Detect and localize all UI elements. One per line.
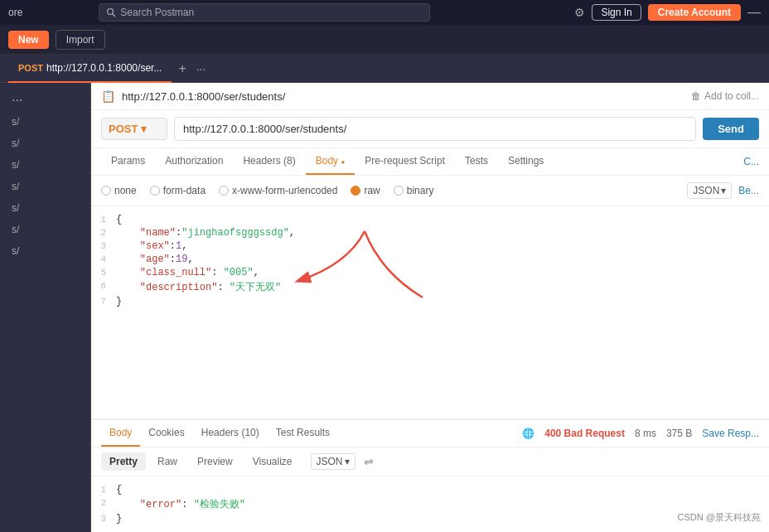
response-code: 1 { 2 "error": "检验失败" 3 } xyxy=(91,476,769,532)
gear-icon[interactable]: ⚙ xyxy=(574,6,585,19)
radio-form-data xyxy=(150,186,160,196)
tabsbar: POST http://127.0.0.1:8000/ser... + ··· xyxy=(0,55,769,83)
topbar-right: ⚙ Sign In Create Account — xyxy=(574,4,761,21)
search-bar[interactable]: Search Postman xyxy=(99,3,430,22)
tab-tests[interactable]: Tests xyxy=(455,148,498,175)
resp-tab-cookies[interactable]: Cookies xyxy=(140,420,192,447)
tab-settings[interactable]: Settings xyxy=(498,148,554,175)
main: ··· s/ s/ s/ s/ s/ s/ s/ 📋 http://127.0.… xyxy=(0,83,769,532)
fmt-tab-preview[interactable]: Preview xyxy=(189,452,241,471)
json-format-select[interactable]: JSON ▾ xyxy=(687,182,732,199)
tab-post-students[interactable]: POST http://127.0.0.1:8000/ser... xyxy=(8,55,172,83)
method-chevron: ▾ xyxy=(141,123,147,135)
tab-prerequest[interactable]: Pre-request Script xyxy=(355,148,455,175)
resp-tab-body[interactable]: Body xyxy=(101,420,140,447)
sidebar-item-6[interactable]: s/ xyxy=(0,219,90,240)
time-badge: 8 ms xyxy=(635,428,656,439)
topbar-dash: — xyxy=(747,5,761,20)
code-line-3: 3 "sex":1, xyxy=(91,239,769,253)
tab-params[interactable]: Params xyxy=(101,148,155,175)
body-dot: ● xyxy=(341,158,345,166)
sidebar-item-3[interactable]: s/ xyxy=(0,154,90,176)
body-none[interactable]: none xyxy=(101,185,137,196)
sidebar-dots[interactable]: ··· xyxy=(0,89,90,111)
response-section: Body Cookies Headers (10) Test Results 🌐… xyxy=(91,418,769,532)
body-form-data[interactable]: form-data xyxy=(150,185,206,196)
collection-save-icon: 🗑 xyxy=(691,90,701,102)
fmt-tab-visualize[interactable]: Visualize xyxy=(244,452,301,471)
add-to-collection[interactable]: 🗑 Add to coll... xyxy=(691,90,759,102)
resp-json-chevron: ▾ xyxy=(345,456,350,467)
topbar-logo: ore xyxy=(8,7,22,18)
globe-icon: 🌐 xyxy=(522,428,534,439)
search-placeholder: Search Postman xyxy=(120,7,194,18)
size-badge: 375 B xyxy=(666,428,692,439)
collection-icon: 📋 xyxy=(101,89,115,103)
sidebar-item-7[interactable]: s/ xyxy=(0,240,90,262)
method-select[interactable]: POST ▾ xyxy=(101,118,167,140)
radio-raw xyxy=(351,186,360,196)
url-path: http://127.0.0.1:8000/ser/students/ xyxy=(122,90,684,103)
sidebar-item-1[interactable]: s/ xyxy=(0,111,90,133)
response-format-tabs: Pretty Raw Preview Visualize JSON ▾ ⇌ xyxy=(91,447,769,476)
beautify-button[interactable]: Be... xyxy=(738,185,759,196)
body-urlencoded[interactable]: x-www-form-urlencoded xyxy=(219,185,337,196)
code-editor[interactable]: 1 { 2 "name":"jinghaofsgggssdg", 3 "sex"… xyxy=(91,206,769,355)
save-response-button[interactable]: Save Resp... xyxy=(702,428,759,439)
tab-more-button[interactable]: ··· xyxy=(193,62,210,75)
sign-in-button[interactable]: Sign In xyxy=(592,4,641,21)
request-row: POST ▾ Send xyxy=(91,110,769,148)
request-tabs: Params Authorization Headers (8) Body ● … xyxy=(91,148,769,176)
sidebar-item-5[interactable]: s/ xyxy=(0,197,90,219)
tab-method: POST xyxy=(18,63,43,73)
tab-url: http://127.0.0.1:8000/ser... xyxy=(46,62,162,74)
radio-binary xyxy=(394,186,404,196)
watermark: CSDN @景天科技苑 xyxy=(678,511,761,524)
fmt-tab-pretty[interactable]: Pretty xyxy=(101,452,146,471)
resp-tab-test-results[interactable]: Test Results xyxy=(268,420,338,447)
body-raw[interactable]: raw xyxy=(351,185,380,196)
sidebar-item-4[interactable]: s/ xyxy=(0,176,90,197)
cookies-link[interactable]: C... xyxy=(743,156,759,167)
resp-line-2: 2 "error": "检验失败" xyxy=(91,496,769,512)
code-line-4: 4 "age":19, xyxy=(91,253,769,266)
tab-authorization[interactable]: Authorization xyxy=(155,148,233,175)
resp-line-1: 1 { xyxy=(91,483,769,496)
fmt-tab-raw[interactable]: Raw xyxy=(149,452,186,471)
response-json-select[interactable]: JSON ▾ xyxy=(311,453,355,470)
code-line-2: 2 "name":"jinghaofsgggssdg", xyxy=(91,226,769,239)
response-tabs-row: Body Cookies Headers (10) Test Results 🌐… xyxy=(91,420,769,447)
json-format-label: JSON xyxy=(693,185,719,196)
tab-body[interactable]: Body ● xyxy=(306,148,355,175)
sidebar-item-2[interactable]: s/ xyxy=(0,133,90,154)
body-binary[interactable]: binary xyxy=(394,185,434,196)
body-right: JSON ▾ Be... xyxy=(687,182,759,199)
search-icon xyxy=(106,7,116,17)
new-button[interactable]: New xyxy=(8,31,49,49)
tab-add-button[interactable]: + xyxy=(172,61,192,76)
code-line-5: 5 "class_null": "005", xyxy=(91,266,769,279)
secondbar: New Import xyxy=(0,25,769,55)
url-bar-container: 📋 http://127.0.0.1:8000/ser/students/ 🗑 … xyxy=(91,83,769,110)
tab-headers[interactable]: Headers (8) xyxy=(233,148,305,175)
code-line-6: 6 "description": "天下无双" xyxy=(91,279,769,295)
create-account-button[interactable]: Create Account xyxy=(648,4,741,21)
resp-line-3: 3 } xyxy=(91,512,769,525)
send-button[interactable]: Send xyxy=(703,118,759,140)
sidebar: ··· s/ s/ s/ s/ s/ s/ s/ xyxy=(0,83,91,532)
code-line-1: 1 { xyxy=(91,213,769,226)
resp-json-label: JSON xyxy=(317,456,343,467)
method-label: POST xyxy=(109,123,138,135)
body-options: none form-data x-www-form-urlencoded raw… xyxy=(91,176,769,206)
json-chevron: ▾ xyxy=(721,185,726,196)
import-button[interactable]: Import xyxy=(56,30,105,50)
resp-tab-headers[interactable]: Headers (10) xyxy=(193,420,268,447)
response-meta: 🌐 400 Bad Request 8 ms 375 B Save Resp..… xyxy=(522,428,759,439)
code-line-7: 7 } xyxy=(91,295,769,308)
wrap-icon[interactable]: ⇌ xyxy=(359,453,379,470)
content: 📋 http://127.0.0.1:8000/ser/students/ 🗑 … xyxy=(91,83,769,532)
url-input[interactable] xyxy=(174,117,696,141)
radio-urlencoded xyxy=(219,186,229,196)
topbar: ore Search Postman ⚙ Sign In Create Acco… xyxy=(0,0,769,25)
status-badge: 400 Bad Request xyxy=(544,428,625,439)
